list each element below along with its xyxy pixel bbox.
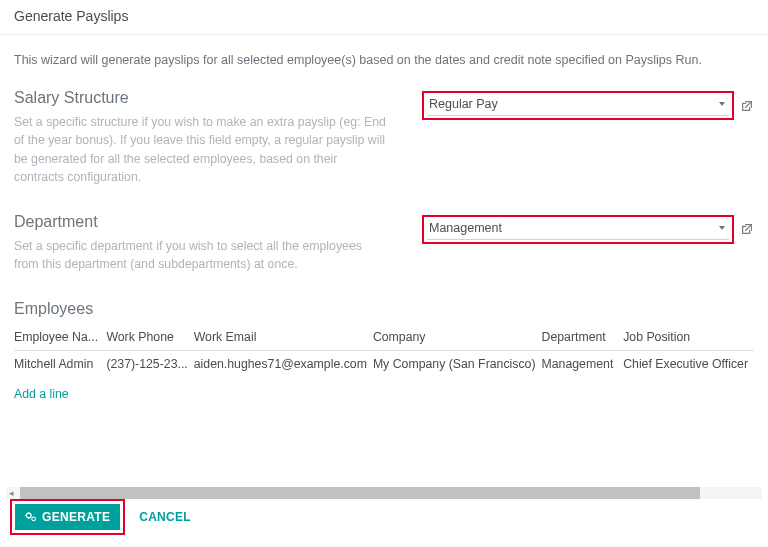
salary-structure-value: Regular Pay <box>429 97 498 111</box>
cancel-button-label: Cancel <box>139 510 191 524</box>
salary-structure-section: Salary Structure Set a specific structur… <box>14 89 754 187</box>
department-select[interactable]: Management <box>427 219 729 240</box>
external-link-icon[interactable] <box>740 222 754 236</box>
col-company[interactable]: Company <box>373 324 542 351</box>
cell-employee-name: Mitchell Admin <box>14 350 106 377</box>
cell-job-position: Chief Executive Officer <box>623 350 754 377</box>
cell-work-email: aiden.hughes71@example.com <box>194 350 373 377</box>
add-line-link[interactable]: Add a line <box>14 383 69 401</box>
cancel-button[interactable]: Cancel <box>135 504 195 530</box>
dialog-body: This wizard will generate payslips for a… <box>0 35 768 407</box>
col-department[interactable]: Department <box>542 324 624 351</box>
department-help: Set a specific department if you wish to… <box>14 237 386 274</box>
col-work-phone[interactable]: Work Phone <box>106 324 193 351</box>
cell-company: My Company (San Francisco) <box>373 350 542 377</box>
dialog-footer: Generate Cancel <box>0 489 768 547</box>
cell-work-phone: (237)-125-23... <box>106 350 193 377</box>
page-title: Generate Payslips <box>14 8 754 24</box>
employees-label: Employees <box>14 300 754 318</box>
intro-text: This wizard will generate payslips for a… <box>14 53 754 67</box>
department-highlight: Management <box>422 215 734 244</box>
salary-structure-highlight: Regular Pay <box>422 91 734 120</box>
svg-point-1 <box>32 517 36 521</box>
department-section: Department Set a specific department if … <box>14 213 754 274</box>
generate-button-label: Generate <box>42 510 110 524</box>
department-label: Department <box>14 213 386 231</box>
chevron-down-icon <box>719 226 725 230</box>
generate-highlight: Generate <box>10 499 125 535</box>
table-row[interactable]: Mitchell Admin (237)-125-23... aiden.hug… <box>14 350 754 377</box>
generate-button[interactable]: Generate <box>15 504 120 530</box>
dialog-header: Generate Payslips <box>0 0 768 35</box>
salary-structure-label: Salary Structure <box>14 89 386 107</box>
external-link-icon[interactable] <box>740 99 754 113</box>
chevron-down-icon <box>719 102 725 106</box>
cogs-icon <box>25 511 37 523</box>
cell-department: Management <box>542 350 624 377</box>
col-work-email[interactable]: Work Email <box>194 324 373 351</box>
col-job-position[interactable]: Job Position <box>623 324 754 351</box>
salary-structure-help: Set a specific structure if you wish to … <box>14 113 386 187</box>
employees-table: Employee Na... Work Phone Work Email Com… <box>14 324 754 407</box>
col-employee-name[interactable]: Employee Na... <box>14 324 106 351</box>
department-value: Management <box>429 221 502 235</box>
salary-structure-select[interactable]: Regular Pay <box>427 95 729 116</box>
table-header-row: Employee Na... Work Phone Work Email Com… <box>14 324 754 351</box>
svg-point-0 <box>26 513 31 518</box>
